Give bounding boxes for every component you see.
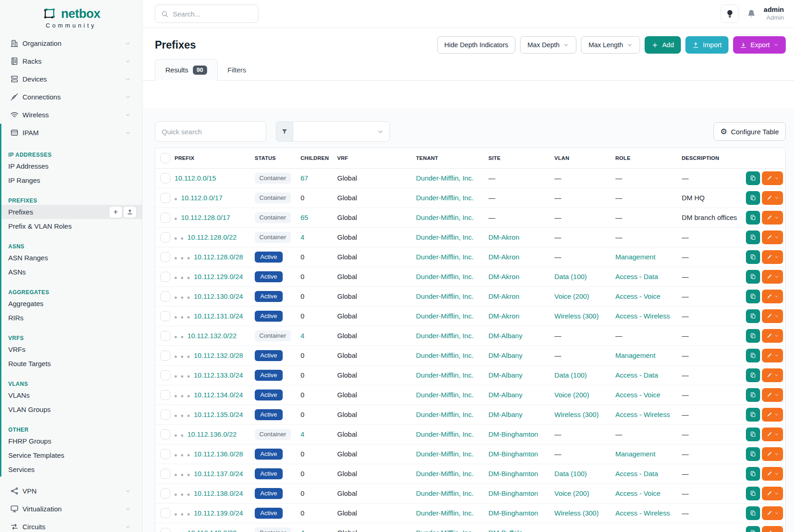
edit-button[interactable] bbox=[762, 408, 783, 422]
tenant-link[interactable]: Dunder-Mifflin, Inc. bbox=[416, 509, 474, 517]
sidebar-item-wireless[interactable]: Wireless bbox=[0, 106, 142, 124]
sidebar-item-prefixes[interactable]: Prefixes bbox=[1, 205, 142, 219]
row-checkbox[interactable] bbox=[160, 213, 170, 223]
clone-button[interactable] bbox=[746, 250, 760, 264]
tenant-link[interactable]: Dunder-Mifflin, Inc. bbox=[416, 174, 474, 182]
column-header-site[interactable]: SITE bbox=[488, 148, 554, 168]
prefix-link[interactable]: 10.112.136.0/28 bbox=[194, 450, 243, 458]
role-link[interactable]: Access - Wireless bbox=[615, 411, 670, 418]
tenant-link[interactable]: Dunder-Mifflin, Inc. bbox=[416, 194, 474, 202]
row-checkbox[interactable] bbox=[160, 272, 170, 282]
prefix-link[interactable]: 10.112.128.0/28 bbox=[194, 253, 243, 261]
hide-depth-indicators-button[interactable]: Hide Depth Indicators bbox=[437, 36, 515, 54]
prefix-link[interactable]: 10.112.131.0/24 bbox=[194, 312, 243, 320]
vlan-link[interactable]: Wireless (300) bbox=[554, 411, 599, 418]
clone-button[interactable] bbox=[746, 428, 760, 441]
role-link[interactable]: Access - Data bbox=[615, 470, 658, 477]
edit-button[interactable] bbox=[762, 388, 783, 402]
edit-button[interactable] bbox=[762, 309, 783, 323]
sidebar-item-racks[interactable]: Racks bbox=[0, 52, 142, 70]
site-link[interactable]: DM-Akron bbox=[488, 233, 520, 241]
column-header-vrf[interactable]: VRF bbox=[337, 148, 416, 168]
role-link[interactable]: Management bbox=[615, 351, 656, 359]
site-link[interactable]: DM-Albany bbox=[488, 391, 522, 399]
row-checkbox[interactable] bbox=[160, 331, 170, 341]
column-header-prefix[interactable]: PREFIX bbox=[175, 148, 255, 168]
tenant-link[interactable]: Dunder-Mifflin, Inc. bbox=[416, 332, 474, 340]
sidebar-item-organization[interactable]: Organization bbox=[0, 34, 142, 52]
prefix-link[interactable]: 10.112.138.0/24 bbox=[194, 489, 243, 497]
clone-button[interactable] bbox=[746, 408, 760, 422]
import-button[interactable]: Import bbox=[685, 36, 728, 54]
row-checkbox[interactable] bbox=[160, 410, 170, 420]
prefix-link[interactable]: 10.112.135.0/24 bbox=[194, 411, 243, 418]
role-link[interactable]: Access - Data bbox=[615, 273, 658, 280]
theme-toggle-button[interactable] bbox=[721, 5, 739, 23]
prefix-link[interactable]: 10.112.134.0/24 bbox=[194, 391, 243, 399]
edit-button[interactable] bbox=[762, 506, 783, 520]
tenant-link[interactable]: Dunder-Mifflin, Inc. bbox=[416, 312, 474, 320]
edit-button[interactable] bbox=[762, 329, 783, 343]
sidebar-item-vlans[interactable]: VLANs bbox=[1, 388, 142, 402]
edit-button[interactable] bbox=[762, 428, 783, 441]
sidebar-item-connections[interactable]: Connections bbox=[0, 88, 142, 106]
clone-button[interactable] bbox=[746, 290, 760, 303]
sidebar-item-ip-ranges[interactable]: IP Ranges bbox=[1, 173, 142, 187]
row-checkbox[interactable] bbox=[160, 252, 170, 262]
children-count-link[interactable]: 4 bbox=[301, 430, 304, 438]
prefix-link[interactable]: 10.112.132.0/22 bbox=[187, 332, 236, 340]
row-checkbox[interactable] bbox=[160, 232, 170, 242]
row-checkbox[interactable] bbox=[160, 291, 170, 302]
column-header-vlan[interactable]: VLAN bbox=[554, 148, 615, 168]
site-link[interactable]: DM-Akron bbox=[488, 292, 520, 300]
site-link[interactable]: DM-Akron bbox=[488, 273, 520, 280]
search-input[interactable] bbox=[173, 10, 252, 18]
column-header-role[interactable]: ROLE bbox=[615, 148, 682, 168]
sidebar-item-rirs[interactable]: RIRs bbox=[1, 311, 142, 325]
sidebar-item-service-templates[interactable]: Service Templates bbox=[1, 448, 142, 462]
prefix-link[interactable]: 10.112.140.0/22 bbox=[187, 529, 236, 532]
children-count-link[interactable]: 4 bbox=[301, 332, 304, 340]
children-count-link[interactable]: 67 bbox=[301, 174, 308, 182]
sidebar-item-prefix-vlan-roles[interactable]: Prefix & VLAN Roles bbox=[1, 219, 142, 233]
clone-button[interactable] bbox=[746, 388, 760, 402]
clone-button[interactable] bbox=[746, 309, 760, 323]
sidebar-item-vlan-groups[interactable]: VLAN Groups bbox=[1, 402, 142, 417]
sidebar-item-virtualization[interactable]: Virtualization bbox=[0, 500, 142, 518]
row-checkbox[interactable] bbox=[160, 449, 170, 459]
site-link[interactable]: DM-Buffalo bbox=[488, 529, 523, 532]
clone-button[interactable] bbox=[746, 230, 760, 244]
children-count-link[interactable]: 4 bbox=[301, 233, 304, 241]
edit-button[interactable] bbox=[762, 467, 783, 481]
clone-button[interactable] bbox=[746, 506, 760, 520]
column-header-description[interactable]: DESCRIPTION bbox=[682, 148, 746, 168]
sidebar-item-services[interactable]: Services bbox=[1, 462, 142, 477]
tenant-link[interactable]: Dunder-Mifflin, Inc. bbox=[416, 529, 474, 532]
vlan-link[interactable]: Wireless (300) bbox=[554, 312, 599, 320]
row-checkbox[interactable] bbox=[160, 173, 170, 183]
sidebar-item-aggregates[interactable]: Aggregates bbox=[1, 296, 142, 311]
tenant-link[interactable]: Dunder-Mifflin, Inc. bbox=[416, 450, 474, 458]
clone-button[interactable] bbox=[746, 329, 760, 343]
role-link[interactable]: Management bbox=[615, 450, 656, 458]
prefix-link[interactable]: 10.112.133.0/24 bbox=[194, 371, 243, 379]
add-button[interactable]: Add bbox=[645, 36, 681, 54]
site-link[interactable]: DM-Akron bbox=[488, 312, 520, 320]
edit-button[interactable] bbox=[762, 191, 783, 205]
site-link[interactable]: DM-Albany bbox=[488, 351, 522, 359]
select-all-checkbox[interactable] bbox=[160, 153, 170, 163]
vlan-link[interactable]: Data (100) bbox=[554, 371, 587, 379]
vlan-link[interactable]: Voice (200) bbox=[554, 391, 589, 399]
edit-button[interactable] bbox=[762, 368, 783, 382]
edit-button[interactable] bbox=[762, 447, 783, 461]
site-link[interactable]: DM-Binghamton bbox=[488, 509, 538, 517]
vlan-link[interactable]: Wireless (300) bbox=[554, 509, 599, 517]
tab-results[interactable]: Results 90 bbox=[155, 59, 218, 81]
row-checkbox[interactable] bbox=[160, 351, 170, 361]
sidebar-item-ipam[interactable]: IPAM bbox=[1, 124, 142, 142]
quick-search-input[interactable] bbox=[155, 121, 266, 142]
vlan-link[interactable]: Data (100) bbox=[554, 470, 587, 477]
children-count-link[interactable]: 4 bbox=[301, 529, 304, 532]
column-header-tenant[interactable]: TENANT bbox=[416, 148, 488, 168]
clone-button[interactable] bbox=[746, 368, 760, 382]
